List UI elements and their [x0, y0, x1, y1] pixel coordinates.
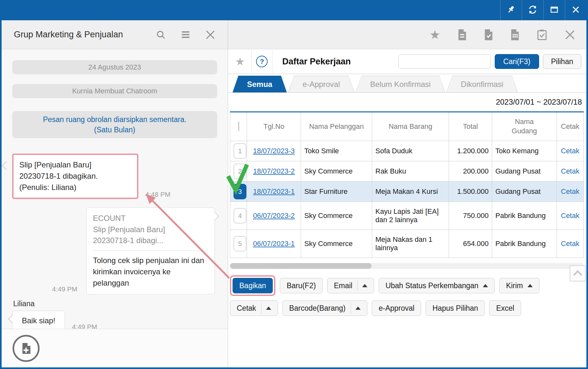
cetak-link[interactable]: Cetak: [561, 187, 579, 195]
column-header: Tgl.No: [247, 112, 301, 141]
tab-semua[interactable]: Semua: [233, 76, 287, 92]
search-button[interactable]: Cari(F3): [495, 54, 539, 69]
caret-up-icon: [362, 284, 367, 287]
document-report-button[interactable]: [510, 29, 519, 40]
table-header: Tgl.No Nama Pelanggan Nama Barang Total …: [230, 112, 584, 141]
search-input[interactable]: [398, 54, 491, 69]
table-row[interactable]: 4 06/07/2023-2 Sky Commerce Kayu Lapis J…: [230, 202, 584, 230]
caret-up-icon: [528, 284, 533, 287]
button-ubah-status-perkembangan[interactable]: Ubah Status Perkembangan: [379, 278, 495, 293]
help-icon[interactable]: ?: [256, 56, 268, 67]
page-title: Daftar Pekerjaan: [282, 57, 398, 67]
table-row[interactable]: 2 18/07/2023-2 Sky Commerce Rak Buku 200…: [230, 161, 584, 182]
close-icon: [205, 30, 216, 40]
pin-button[interactable]: [500, 0, 522, 20]
action-row2: CetakBarcode(Barang)e-ApprovalHapus Pili…: [230, 300, 584, 316]
tab-dikonfirmasi[interactable]: Dikonfirmasi: [446, 76, 518, 92]
slip-date-link[interactable]: 06/07/2023-2: [253, 212, 295, 220]
caret-up-icon: [355, 307, 361, 310]
caret-up-icon: [266, 307, 271, 310]
column-header: Total: [449, 112, 492, 141]
tab-e-approval[interactable]: e-Approval: [288, 76, 354, 92]
close-window-button[interactable]: [565, 0, 586, 20]
button-kirim[interactable]: Kirim: [499, 278, 539, 293]
table-row[interactable]: 5 06/07/2023-1 Sky Commerce Meja Nakas d…: [230, 230, 584, 258]
scrollbar-thumb[interactable]: [230, 263, 372, 269]
document-report-icon: [510, 29, 519, 40]
button-barcode-barang-[interactable]: Barcode(Barang): [282, 300, 367, 316]
select-all-checkbox[interactable]: [238, 122, 239, 131]
work-content: 2023/07/01 ~ 2023/07/18 Tgl.No Nama Pela…: [228, 93, 586, 367]
attach-file-button[interactable]: [13, 335, 40, 362]
button-e-approval[interactable]: e-Approval: [372, 300, 421, 316]
hamburger-menu-icon: [181, 31, 190, 39]
divider: [251, 50, 252, 73]
refresh-button[interactable]: [522, 0, 543, 20]
split-divider: [351, 303, 351, 313]
app-window: Grup Marketing & Penjualan: [0, 0, 588, 369]
chat-archive-notice: Pesan ruang obrolan diarsipkan sementara…: [12, 111, 217, 138]
row-number-button[interactable]: 3: [234, 184, 246, 199]
chat-system-pill: Kurnia Membuat Chatroom: [12, 84, 217, 98]
column-header: Cetak: [557, 112, 584, 141]
button-email[interactable]: Email: [327, 278, 374, 293]
bubble-tail-left-icon: [2, 161, 11, 170]
message-sent: ECOUNT Slip [Penjualan Baru] 20230718-1 …: [86, 207, 215, 294]
cetak-link[interactable]: Cetak: [561, 212, 579, 220]
search-icon: [156, 30, 166, 40]
table-row[interactable]: 1 18/07/2023-3 Toko Smile Sofa Duduk 1.2…: [230, 141, 584, 161]
slip-date-link[interactable]: 18/07/2023-2: [253, 167, 295, 175]
row-number-button[interactable]: 2: [234, 164, 246, 179]
message-bubble[interactable]: ECOUNT Slip [Penjualan Baru] 20230718-1 …: [86, 207, 215, 294]
slip-date-link[interactable]: 18/07/2023-3: [253, 147, 295, 155]
column-header: Nama Gudang: [492, 112, 557, 141]
column-header: Nama Barang: [372, 112, 449, 141]
chat-date-pill: 24 Agustus 2023: [12, 60, 217, 74]
slip-date-link[interactable]: 18/07/2023-1: [253, 187, 295, 195]
chevron-up-icon: [573, 270, 582, 279]
cetak-link[interactable]: Cetak: [561, 240, 579, 248]
chat-close-button[interactable]: [205, 30, 216, 40]
button-bagikan[interactable]: Bagikan: [233, 278, 273, 293]
message-bubble[interactable]: Slip [Penjualan Baru] 20230718-1 dibagik…: [12, 154, 138, 199]
options-button[interactable]: Pilihan: [543, 54, 581, 69]
row-number-button[interactable]: 4: [234, 208, 246, 223]
message-time: 4:49 PM: [72, 323, 97, 329]
button-hapus-pilihan[interactable]: Hapus Pilihan: [426, 300, 485, 316]
maximize-button[interactable]: [543, 0, 565, 20]
clipboard-check-button[interactable]: [537, 29, 547, 40]
button-excel[interactable]: Excel: [489, 300, 521, 316]
close-icon: [572, 5, 580, 15]
tab-belum-konfirmasi[interactable]: Belum Konfirmasi: [356, 76, 445, 92]
sender-name: Liliana: [13, 299, 228, 308]
new-document-icon: [21, 343, 31, 354]
favorite-page-star[interactable]: ★: [233, 56, 247, 67]
row-number-button[interactable]: 5: [234, 236, 246, 251]
button-cetak[interactable]: Cetak: [230, 300, 278, 316]
close-panel-button[interactable]: [565, 29, 575, 40]
slip-date-link[interactable]: 06/07/2023-1: [253, 240, 295, 248]
horizontal-scrollbar[interactable]: [230, 263, 584, 269]
star-icon: ★: [429, 29, 440, 41]
message-bubble[interactable]: Baik siap!: [12, 311, 65, 329]
cetak-link[interactable]: Cetak: [561, 167, 579, 175]
document-check-icon: [484, 29, 493, 40]
chat-menu-button[interactable]: [181, 31, 190, 39]
message-time: 4:49 PM: [52, 285, 77, 293]
clipboard-check-icon: [537, 29, 547, 40]
document-check-button[interactable]: [484, 29, 493, 40]
pin-icon: [507, 5, 515, 15]
close-icon: [565, 29, 575, 40]
document-button[interactable]: [458, 29, 467, 40]
table-row[interactable]: 3 18/07/2023-1 Star Furniture Meja Makan…: [230, 182, 584, 202]
favorite-star-button[interactable]: ★: [429, 29, 440, 41]
work-panel: ★: [228, 20, 586, 367]
cetak-link[interactable]: Cetak: [561, 147, 579, 155]
refresh-icon: [528, 5, 537, 15]
button-baru-f2-[interactable]: Baru(F2): [280, 278, 323, 293]
chat-search-button[interactable]: [156, 30, 166, 40]
scroll-to-top-button[interactable]: [570, 265, 586, 281]
table-body: 1 18/07/2023-3 Toko Smile Sofa Duduk 1.2…: [230, 141, 584, 258]
row-number-button[interactable]: 1: [234, 143, 246, 159]
chat-title: Grup Marketing & Penjualan: [14, 30, 141, 40]
